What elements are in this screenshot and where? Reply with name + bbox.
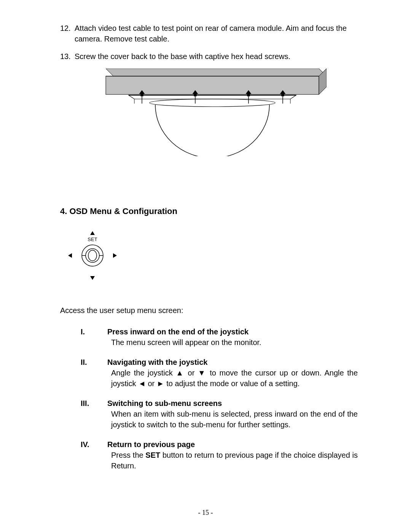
set-keyword: SET (145, 451, 160, 459)
svg-marker-5 (129, 95, 296, 99)
roman-item-i: I. Press inward on the end of the joysti… (81, 326, 358, 348)
svg-rect-18 (282, 94, 284, 96)
roman-numeral: II. (81, 357, 107, 389)
step-text: Attach video test cable to test point on… (75, 23, 358, 44)
text-segment: Press the (111, 451, 145, 459)
roman-numeral: IV. (81, 439, 107, 471)
roman-text: Angle the joystick ▲ or ▼ to move the cu… (107, 367, 358, 389)
arrow-right-icon: ► (157, 379, 164, 388)
svg-point-22 (86, 249, 99, 262)
roman-item-iv: IV. Return to previous page Press the SE… (81, 439, 358, 471)
roman-title: Switching to sub-menu screens (107, 398, 358, 409)
svg-rect-15 (247, 94, 250, 96)
roman-text: When an item with sub-menu is selected, … (107, 409, 358, 430)
arrow-down-icon: ▼ (198, 369, 207, 377)
svg-rect-1 (106, 76, 319, 94)
document-page: 12. Attach video test cable to test poin… (0, 0, 411, 532)
roman-text: The menu screen will appear on the monit… (107, 337, 358, 348)
access-intro: Access the user setup menu screen: (60, 305, 358, 316)
text-segment: or (185, 369, 198, 377)
svg-rect-9 (141, 94, 143, 96)
roman-numeral: I. (81, 326, 107, 348)
arrow-up-icon: ▲ (176, 369, 185, 377)
text-segment: or (146, 379, 157, 388)
roman-title: Return to previous page (107, 439, 358, 450)
text-segment: Angle the joystick (111, 369, 176, 377)
arrow-right-icon (113, 253, 117, 258)
roman-list: I. Press inward on the end of the joysti… (81, 326, 358, 471)
arrow-down-icon (90, 276, 95, 280)
step-13: 13. Screw the cover back to the base wit… (60, 51, 358, 62)
svg-point-23 (88, 250, 97, 261)
joystick-figure: SET (66, 229, 358, 282)
step-text: Screw the cover back to the base with ca… (75, 51, 290, 62)
page-content: 12. Attach video test cable to test poin… (60, 23, 358, 471)
step-number: 13. (60, 51, 75, 62)
svg-rect-12 (194, 94, 196, 96)
roman-title: Press inward on the end of the joystick (107, 326, 358, 337)
roman-item-ii: II. Navigating with the joystick Angle t… (81, 357, 358, 389)
arrow-left-icon: ◄ (138, 379, 146, 388)
arrow-left-icon (68, 253, 72, 258)
roman-numeral: III. (81, 398, 107, 430)
joystick-illustration: SET (66, 229, 119, 282)
roman-item-iii: III. Switching to sub-menu screens When … (81, 398, 358, 430)
step-number: 12. (60, 23, 75, 44)
arrow-up-icon (90, 231, 95, 235)
dome-figure (98, 69, 358, 156)
svg-marker-0 (106, 69, 327, 76)
page-number: - 15 - (0, 509, 411, 517)
svg-point-20 (150, 99, 275, 107)
dome-camera-illustration (98, 69, 327, 156)
roman-text: Press the SET button to return to previo… (107, 450, 358, 471)
step-12: 12. Attach video test cable to test poin… (60, 23, 358, 44)
roman-title: Navigating with the joystick (107, 357, 358, 367)
set-label: SET (88, 236, 97, 242)
text-segment: to adjust the mode or value of a setting… (164, 379, 300, 388)
section-heading: 4. OSD Menu & Configuration (60, 206, 358, 217)
